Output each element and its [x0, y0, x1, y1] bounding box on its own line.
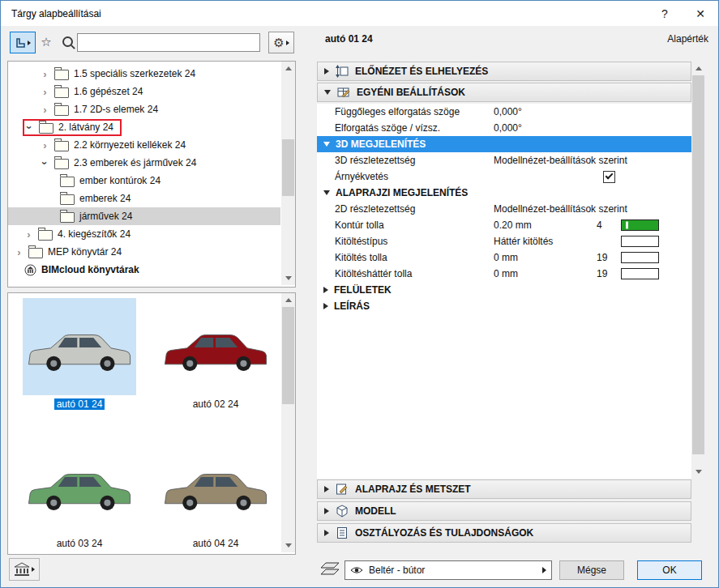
settings-button[interactable]: ⚙ — [268, 32, 294, 53]
search-icon — [62, 36, 73, 47]
scrollbar-thumb[interactable] — [282, 307, 294, 404]
param-row[interactable]: 2D részletezettség Modellnézet-beállítás… — [317, 201, 691, 217]
object-icon — [15, 37, 26, 49]
cancel-button[interactable]: Mégse — [559, 560, 624, 580]
chevron-right-icon[interactable]: › — [41, 68, 49, 80]
thumbnail-image[interactable] — [159, 437, 272, 535]
param-group-3d-display[interactable]: 3D MEGJELENÍTÉS — [317, 136, 691, 152]
pen-color-swatch[interactable] — [621, 252, 660, 263]
section-classification-properties[interactable]: OSZTÁLYOZÁS ÉS TULAJDONSÁGOK — [317, 523, 691, 543]
star-icon: ☆ — [41, 36, 51, 48]
param-group-label: LEÍRÁS — [334, 300, 370, 312]
tree-item-bimcloud[interactable]: BIMcloud könyvtárak — [8, 261, 280, 279]
help-button[interactable]: ? — [647, 1, 683, 26]
tree-item[interactable]: › 2.2 környezeti kellékek 24 — [8, 136, 280, 154]
tree-item-label: 4. kiegészítők 24 — [58, 228, 131, 240]
section-model[interactable]: MODELL — [317, 501, 691, 521]
tree-item-label: 1.5 speciális szerkezetek 24 — [74, 68, 195, 79]
close-button[interactable]: ✕ — [683, 1, 718, 26]
tree-scrollbar[interactable] — [281, 62, 295, 285]
param-group-surfaces[interactable]: FELÜLETEK — [317, 282, 691, 298]
tree-item-latvany[interactable]: › 2. látvány 24 — [8, 118, 280, 136]
folder-icon — [60, 194, 75, 205]
tree-item-selected[interactable]: járművek 24 — [8, 207, 280, 225]
param-row-fill-background-pen[interactable]: Kitöltésháttér tolla 0 mm 19 — [317, 266, 691, 282]
param-group-description[interactable]: LEÍRÁS — [317, 298, 691, 314]
section-preview-placement[interactable]: ELŐNÉZET ÉS ELHELYEZÉS — [317, 62, 691, 81]
chevron-right-icon[interactable]: › — [41, 139, 49, 151]
tree-item[interactable]: emberek 24 — [8, 190, 280, 207]
search-button[interactable] — [58, 32, 76, 52]
tree-item[interactable]: › 2.3 emberek és járművek 24 — [8, 154, 280, 172]
tree-item[interactable]: ember kontúrok 24 — [8, 172, 280, 190]
tree-item-label: emberek 24 — [79, 193, 131, 204]
car-illustration — [24, 318, 135, 375]
library-tree: › 1.5 speciális szerkezetek 24 › 1.6 gép… — [7, 61, 296, 288]
default-value-label[interactable]: Alapérték — [667, 33, 708, 45]
chevron-right-icon[interactable]: › — [41, 86, 49, 98]
checkbox-checked[interactable] — [603, 171, 615, 183]
param-row[interactable]: 3D részletezettség Modellnézet-beállítás… — [317, 152, 691, 168]
section-label: OSZTÁLYOZÁS ÉS TULAJDONSÁGOK — [355, 527, 533, 539]
thumbnail-label[interactable]: autó 03 24 — [23, 538, 136, 549]
folder-icon — [54, 159, 69, 169]
scroll-up-icon[interactable] — [281, 62, 295, 75]
layer-selector[interactable]: Beltér - bútor — [345, 560, 552, 580]
scroll-down-icon[interactable] — [691, 465, 705, 479]
thumbnail-auto-02[interactable]: autó 02 24 — [159, 298, 272, 410]
param-group-floorplan-display[interactable]: ALAPRAJZI MEGJELENÍTÉS — [317, 185, 691, 201]
param-row[interactable]: Elforgatás szöge / vízsz. 0,000° — [317, 120, 691, 136]
section-floorplan-and-section[interactable]: ALAPRAJZ ÉS METSZET — [317, 479, 691, 499]
param-row[interactable]: Függőleges elforgatás szöge 0,000° — [317, 104, 691, 120]
thumbnail-auto-03[interactable]: autó 03 24 — [23, 437, 136, 549]
tree-item[interactable]: › 1.7 2D-s elemek 24 — [8, 100, 280, 118]
scrollbar-thumb[interactable] — [282, 139, 294, 196]
param-group-label: 3D MEGJELENÍTÉS — [336, 138, 426, 150]
favorites-button[interactable]: ☆ — [36, 32, 56, 52]
tree-item-label: 1.7 2D-s elemek 24 — [74, 104, 158, 115]
default-settings-stamp-button[interactable] — [9, 558, 40, 581]
chevron-right-icon[interactable]: › — [24, 228, 33, 241]
param-row-fill-type[interactable]: Kitöltéstípus Háttér kitöltés — [317, 233, 691, 249]
tree-item[interactable]: › 4. kiegészítők 24 — [8, 225, 280, 243]
tree-item[interactable]: › 1.5 speciális szerkezetek 24 — [8, 65, 280, 83]
folder-icon — [54, 141, 69, 151]
folder-icon — [60, 177, 75, 187]
tree-item[interactable]: › MEP könyvtár 24 — [8, 243, 280, 261]
thumbnail-label[interactable]: autó 02 24 — [159, 398, 272, 410]
chevron-right-icon[interactable]: › — [15, 246, 24, 258]
pen-color-swatch[interactable] — [621, 219, 660, 231]
param-row-fill-pen[interactable]: Kitöltés tolla 0 mm 19 — [317, 249, 691, 266]
pen-color-swatch[interactable] — [621, 268, 660, 279]
thumbnail-image[interactable] — [159, 298, 272, 395]
section-custom-settings[interactable]: EGYÉNI BEÁLLÍTÁSOK — [317, 83, 691, 102]
fill-swatch[interactable] — [621, 236, 660, 247]
combo-arrow-icon — [542, 567, 546, 573]
thumbnails-scrollbar[interactable] — [281, 293, 295, 552]
chevron-down-icon[interactable]: › — [39, 159, 51, 168]
chevron-right-icon[interactable]: › — [41, 104, 49, 116]
scrollbar-thumb[interactable] — [692, 75, 704, 454]
ok-button[interactable]: OK — [637, 560, 702, 580]
thumbnail-label[interactable]: autó 01 24 — [23, 398, 136, 410]
settings-scrollbar[interactable] — [691, 62, 705, 479]
thumbnail-auto-04[interactable]: autó 04 24 — [159, 437, 272, 549]
thumbnail-auto-01[interactable]: autó 01 24 — [23, 298, 136, 410]
param-row-contour-pen[interactable]: Kontúr tolla 0.20 mm 4 — [317, 217, 691, 233]
search-input[interactable] — [77, 33, 260, 52]
thumbnail-label[interactable]: autó 04 24 — [159, 538, 272, 549]
thumbnail-image[interactable] — [23, 298, 136, 395]
thumbnail-image[interactable] — [23, 437, 136, 535]
gear-icon: ⚙ — [273, 36, 284, 49]
param-row-shadow-casting[interactable]: Árnyékvetés — [317, 168, 691, 185]
scroll-up-icon[interactable] — [691, 62, 705, 75]
folder-view-button[interactable] — [10, 32, 36, 53]
car-illustration — [160, 318, 271, 375]
car-illustration — [160, 458, 271, 514]
scroll-down-icon[interactable] — [281, 271, 295, 285]
chevron-down-icon[interactable]: › — [24, 123, 36, 132]
tree-item[interactable]: › 1.6 gépészet 24 — [8, 83, 280, 100]
scroll-up-icon[interactable] — [281, 293, 295, 307]
scroll-down-icon[interactable] — [281, 539, 295, 552]
title-bar: Tárgy alapbeállításai ? ✕ — [1, 1, 718, 26]
